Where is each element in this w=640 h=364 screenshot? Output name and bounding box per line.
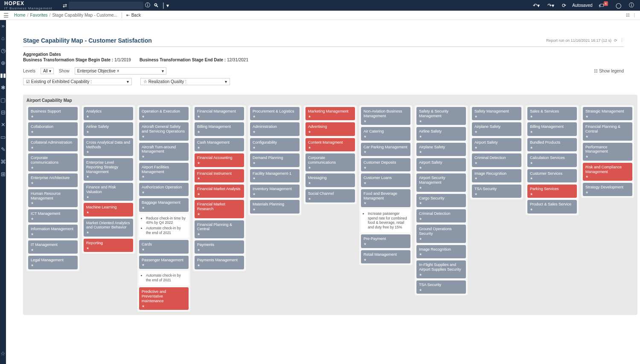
capability-card[interactable]: Reporting★ [84,239,133,252]
back-arrow-icon[interactable]: ⇤ [126,13,130,17]
capability-card[interactable]: In-Flight Supplies and Airport Supplies … [416,260,466,278]
capability-header-card[interactable]: Sales & Services★ [527,107,577,120]
search-icon[interactable]: 🔍︎ [154,3,159,9]
crumb-home[interactable]: Home [14,13,26,17]
capability-card[interactable]: Airplane Safety★ [416,143,466,156]
star-icon[interactable]: ☆ [0,350,6,357]
capability-card[interactable]: Parking Services★ [527,185,577,198]
capability-card[interactable]: Customer Deposits★ [361,158,410,171]
capability-card[interactable]: Messaging★ [305,173,355,187]
home-icon[interactable]: ⌂ [1,35,5,41]
levels-select[interactable]: All ▾ [41,68,54,74]
report-more-icon[interactable]: ⋮ [620,38,624,43]
capability-card[interactable]: Predictive and Preventative maintenance★ [139,287,189,310]
capability-card[interactable]: Car Parking Management★ [361,143,410,156]
capability-card[interactable]: Cards★ [139,240,189,253]
show-select[interactable]: Enterprise Objective ×▾ [75,67,166,75]
capability-card[interactable]: Image Recognition★ [416,245,466,258]
list-view-icon[interactable]: ☷ [626,13,630,17]
capability-card[interactable]: Authorization Operation★ [139,183,189,196]
capability-card[interactable]: Bundled Products★ [527,138,577,151]
group-icon[interactable]: ⌘ [0,159,6,165]
capability-card[interactable]: Risk and Compliance Management★ [583,163,632,181]
capability-card[interactable]: Collaboration★ [28,122,78,136]
capability-card[interactable]: Food and Beverage Managment★ [361,189,410,207]
capability-card[interactable]: Image Recognition★ [472,169,521,182]
device-icon[interactable]: ▢ [0,97,6,103]
capability-card[interactable]: Billing Management★ [195,122,244,136]
menu-icon[interactable]: ☰ [3,12,9,19]
capability-card[interactable]: Baggage Management★ [139,198,189,211]
edit-icon[interactable]: ✎ [1,146,6,153]
capability-card[interactable]: Enterprise Level Reporting Strategy Mana… [84,158,133,181]
capability-card[interactable]: Customer Services★ [527,169,577,182]
capability-card[interactable]: Legal Management★ [28,256,78,269]
capability-card[interactable]: Financial Planning & Central★ [583,122,632,140]
capability-card[interactable]: Materials Planning★ [250,200,300,213]
capability-card[interactable]: Configurability★ [250,138,300,151]
help-icon[interactable]: ⓘ [629,2,634,9]
capability-card[interactable]: IT Management★ [28,240,78,254]
capability-header-card[interactable]: Business Support★ [28,107,78,120]
capability-card[interactable]: ICT Management★ [28,209,78,222]
capability-card[interactable]: Airline Safety★ [84,122,133,136]
capability-card[interactable]: Calculation Services★ [527,153,577,167]
capability-header-card[interactable]: Strategic Management★ [583,107,632,120]
capability-card[interactable]: Administration★ [250,122,300,136]
capability-card[interactable]: Financial Instrument★ [195,169,244,182]
info-icon[interactable]: ⓘ [145,2,150,9]
capability-card[interactable]: Human Resource Management★ [28,189,78,207]
capability-card[interactable]: Market Oriented Analytics and Customer B… [84,219,133,237]
show-legend-button[interactable]: ☷ Show legend [594,69,624,73]
grid-icon[interactable]: ⊞ [1,171,6,177]
capability-card[interactable]: Criminal Detection★ [472,153,521,167]
redo-icon[interactable]: ↷▾ [547,3,554,9]
capability-card[interactable]: Payments★ [195,240,244,254]
capability-card[interactable]: Information Management★ [28,225,78,238]
capability-card[interactable]: Inventory Management★ [250,185,300,198]
capability-card[interactable]: Retail Management★ [361,250,410,263]
capability-card[interactable]: TSA Security★ [416,280,466,294]
search-dropdown-icon[interactable]: │ ▾ [162,3,169,9]
globe-icon[interactable]: ⊕ [1,60,6,66]
capability-card[interactable]: Financial Accounting★ [195,153,244,167]
capability-card[interactable]: Criminal Detection★ [416,209,466,222]
capability-header-card[interactable]: Financial Management★ [195,107,244,120]
capability-header-card[interactable]: Marketing Management★ [305,107,355,120]
capability-card[interactable]: Aircraft General Safety and Servicing Op… [139,122,189,140]
capability-card[interactable]: Financial Market Research★ [195,200,244,218]
capability-card[interactable]: Cargo Security★ [416,194,466,207]
capability-card[interactable]: Advertising★ [305,122,355,136]
capability-card[interactable]: Machine Learning★ [84,203,133,216]
back-button[interactable]: Back [131,13,141,17]
capability-card[interactable]: Airport Security Management★ [416,173,466,191]
swap-icon[interactable]: ⇄ [63,3,67,9]
capability-card[interactable]: Customer Loans★ [361,173,410,187]
capability-card[interactable]: Airport Safety★ [416,158,466,171]
realization-quality-filter[interactable]: ☆ Realization Quality : ▾ [140,78,230,85]
capability-header-card[interactable]: Analytics★ [84,107,133,120]
capability-card[interactable]: Finance and Risk Valuation★ [84,183,133,201]
tools-icon[interactable]: ✕ [1,121,6,128]
capability-card[interactable]: Collateral Administration★ [28,138,78,151]
capability-card[interactable]: Performance Management★ [583,143,632,161]
capability-card[interactable]: Pre-Payment★ [361,234,410,248]
chart-icon[interactable]: ▮▮ [0,72,6,78]
capability-card[interactable]: Financial Market Analysis★ [195,185,244,198]
dashboard-icon[interactable]: ◷ [1,47,6,54]
crumb-favorites[interactable]: Favorites [30,13,47,17]
capability-card[interactable]: Enterprise Architecture★ [28,173,78,187]
capability-card[interactable]: Passenger Management★ [139,256,189,269]
capability-card[interactable]: Corporate communications★ [28,153,78,171]
capability-header-card[interactable]: Safety Management★ [472,107,521,120]
capability-card[interactable]: Air Catering★ [361,127,410,140]
refresh-report-icon[interactable]: ⟳ [614,38,617,43]
capability-card[interactable]: Payments Management★ [195,256,244,269]
capability-card[interactable]: Billing Management★ [527,122,577,136]
capability-card[interactable]: Product & Sales Service★ [527,200,577,213]
more-icon[interactable]: ⋮ [632,13,637,17]
capability-header-card[interactable]: Procurement & Logistics★ [250,107,300,120]
capability-card[interactable]: Facility Management-1★ [250,169,300,182]
undo-icon[interactable]: ↶▾ [533,3,540,9]
capability-card[interactable]: Aircraft Turn-around Management★ [139,143,189,161]
